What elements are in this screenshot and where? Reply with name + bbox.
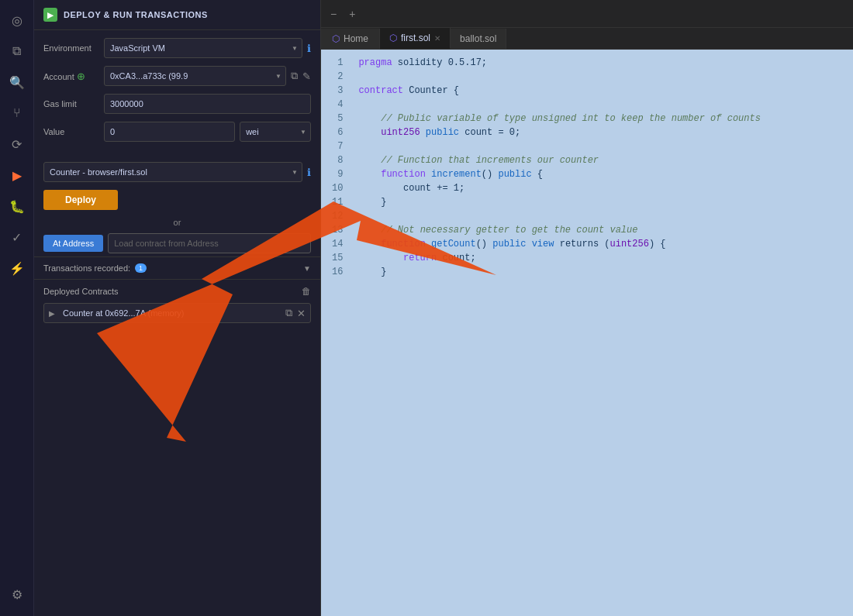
- sidebar-icon-search[interactable]: 🔍: [3, 68, 31, 96]
- contract-instance-name[interactable]: [60, 307, 281, 319]
- sidebar-icon-remix[interactable]: ◎: [3, 6, 31, 34]
- sidebar-icon-analyze[interactable]: ⚡: [3, 254, 31, 282]
- deployed-section: Deployed Contracts 🗑 ▶ ⧉ ✕: [34, 279, 320, 329]
- code-editor[interactable]: 12345 678910 111213141516 pragma solidit…: [321, 50, 853, 616]
- contract-row: Counter - browser/first.sol ℹ: [34, 157, 320, 187]
- transactions-chevron: ▼: [303, 264, 311, 273]
- ballot-sol-tab-label: ballot.sol: [460, 33, 496, 44]
- transactions-title: Transactions recorded: 1: [43, 263, 147, 273]
- value-row: Value wei: [43, 122, 311, 142]
- sidebar-icon-verify[interactable]: ✓: [3, 223, 31, 251]
- gas-limit-input[interactable]: [104, 94, 311, 114]
- editor-area: − + ⬡ Home ⬡ first.sol ✕ ballot.sol 1234…: [321, 0, 853, 616]
- account-select-wrapper: 0xCA3...a733c (99.9: [104, 66, 286, 86]
- tab-home[interactable]: ⬡ Home: [321, 29, 380, 49]
- account-plus-icon[interactable]: ⊕: [77, 71, 85, 82]
- sidebar-icon-deploy[interactable]: ▶: [3, 161, 31, 189]
- contract-select[interactable]: Counter - browser/first.sol: [43, 162, 302, 182]
- deploy-panel-header: ▶ DEPLOY & RUN TRANSACTIONS: [34, 0, 320, 30]
- first-sol-tab-close[interactable]: ✕: [434, 34, 440, 43]
- account-select[interactable]: 0xCA3...a733c (99.9: [104, 66, 286, 86]
- account-row: Account ⊕ 0xCA3...a733c (99.9 ⧉ ✎: [43, 66, 311, 86]
- account-copy-icon[interactable]: ⧉: [291, 70, 298, 82]
- contract-close-icon[interactable]: ✕: [297, 308, 306, 319]
- value-label: Value: [43, 127, 99, 136]
- deploy-button[interactable]: Deploy: [43, 190, 118, 210]
- sidebar-icon-files[interactable]: ⧉: [3, 37, 31, 65]
- environment-label: Environment: [43, 43, 99, 53]
- deployed-header: Deployed Contracts 🗑: [43, 286, 311, 297]
- at-address-input[interactable]: [108, 233, 311, 253]
- panel-icon: ▶: [43, 8, 57, 22]
- tab-first-sol[interactable]: ⬡ first.sol ✕: [380, 28, 451, 49]
- code-content: pragma solidity 0.5.17; contract Counter…: [351, 50, 853, 616]
- gas-limit-row: Gas limit: [43, 94, 311, 114]
- panel-title: DEPLOY & RUN TRANSACTIONS: [64, 10, 208, 19]
- deploy-btn-section: Deploy: [34, 187, 320, 215]
- at-address-button[interactable]: At Address: [43, 235, 103, 252]
- value-unit-wrapper: wei: [240, 122, 311, 142]
- first-sol-tab-icon: ⬡: [389, 33, 397, 43]
- account-edit-icon[interactable]: ✎: [302, 71, 311, 82]
- value-unit-select[interactable]: wei: [240, 122, 311, 142]
- deployed-title: Deployed Contracts: [43, 287, 119, 296]
- home-tab-icon: ⬡: [332, 33, 340, 44]
- transactions-header[interactable]: Transactions recorded: 1 ▼: [43, 263, 311, 273]
- or-text: or: [34, 218, 320, 227]
- zoom-out-button[interactable]: −: [327, 6, 340, 22]
- environment-select-wrapper: JavaScript VM: [104, 38, 302, 58]
- editor-toolbar: − +: [321, 0, 853, 28]
- gas-limit-label: Gas limit: [43, 99, 99, 108]
- environment-row: Environment JavaScript VM ℹ: [43, 38, 311, 58]
- account-label: Account ⊕: [43, 71, 99, 82]
- at-address-row: At Address: [34, 230, 320, 256]
- contract-info-icon[interactable]: ℹ: [307, 167, 311, 178]
- sidebar-icon-compile[interactable]: ⟳: [3, 130, 31, 158]
- tab-ballot-sol[interactable]: ballot.sol: [451, 29, 506, 49]
- home-tab-label: Home: [344, 33, 368, 44]
- contract-item: ▶ ⧉ ✕: [43, 303, 311, 323]
- zoom-in-button[interactable]: +: [346, 6, 358, 22]
- line-numbers: 12345 678910 111213141516: [321, 50, 351, 616]
- transactions-section: Transactions recorded: 1 ▼: [34, 256, 320, 279]
- trash-icon[interactable]: 🗑: [302, 286, 311, 297]
- contract-select-wrapper: Counter - browser/first.sol: [43, 162, 302, 182]
- tabs-bar: ⬡ Home ⬡ first.sol ✕ ballot.sol: [321, 28, 853, 50]
- sidebar-icon-git[interactable]: ⑂: [3, 99, 31, 127]
- icon-sidebar: ◎ ⧉ 🔍 ⑂ ⟳ ▶ 🐛 ✓ ⚡ ⚙: [0, 0, 34, 616]
- first-sol-tab-label: first.sol: [401, 33, 430, 43]
- sidebar-icon-settings[interactable]: ⚙: [3, 580, 31, 608]
- environment-info-icon[interactable]: ℹ: [307, 43, 311, 54]
- form-section: Environment JavaScript VM ℹ Account ⊕ 0x…: [34, 30, 320, 157]
- value-input[interactable]: [104, 122, 235, 142]
- sidebar-icon-debug[interactable]: 🐛: [3, 192, 31, 220]
- deploy-panel: ▶ DEPLOY & RUN TRANSACTIONS Environment …: [34, 0, 321, 616]
- transactions-badge: 1: [135, 263, 147, 273]
- contract-expand-icon[interactable]: ▶: [49, 309, 55, 318]
- environment-select[interactable]: JavaScript VM: [104, 38, 302, 58]
- contract-copy-icon[interactable]: ⧉: [285, 307, 292, 319]
